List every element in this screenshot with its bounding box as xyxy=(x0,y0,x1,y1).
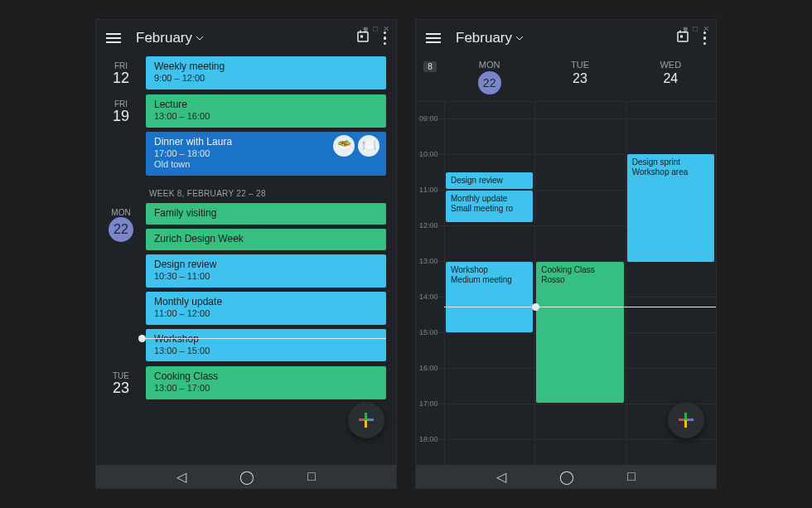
hour-row: 17:00 xyxy=(416,404,716,404)
month-dropdown[interactable]: February xyxy=(136,30,204,46)
day-group: FRI19Lecture13:00 – 16:00Dinner with Lau… xyxy=(96,94,396,181)
agenda-body: FRI12Weekly meeting9:00 – 12:00FRI19Lect… xyxy=(96,56,396,465)
event[interactable]: Weekly meeting9:00 – 12:00 xyxy=(146,56,386,90)
back-icon[interactable]: ◁ xyxy=(496,469,506,485)
event[interactable]: Monthly update11:00 – 12:00 xyxy=(146,292,386,325)
more-icon[interactable] xyxy=(384,31,387,46)
chevron-down-icon xyxy=(196,34,204,42)
event[interactable]: Zurich Design Week xyxy=(146,229,386,250)
svg-rect-1 xyxy=(360,31,361,33)
event[interactable]: Cooking Class13:00 – 17:00 xyxy=(146,366,386,399)
event[interactable]: WorkshopMedium meeting xyxy=(446,262,533,332)
month-label: February xyxy=(136,30,192,46)
event[interactable]: Family visiting xyxy=(146,203,386,225)
calendar-week-screen: ■□✕ February 8MON22TUE23WED24 09:0010:00… xyxy=(416,20,716,488)
home-icon[interactable]: ◯ xyxy=(239,469,254,485)
header: February xyxy=(416,20,716,56)
calendar-agenda-screen: ■□✕ February FRI12Weekly meeting9:00 – 1… xyxy=(96,20,396,488)
more-icon[interactable] xyxy=(703,31,707,46)
day-group: TUE23Cooking Class13:00 – 17:00 xyxy=(96,366,396,404)
plus-icon xyxy=(359,413,374,428)
home-icon[interactable]: ◯ xyxy=(559,469,574,485)
event[interactable]: Dinner with Laura17:00 – 18:00Old town🥗🍽… xyxy=(146,132,386,177)
day-column-header[interactable]: WED24 xyxy=(626,56,716,101)
add-button[interactable] xyxy=(668,402,704,438)
header: February xyxy=(96,20,396,56)
now-indicator xyxy=(444,307,716,307)
plus-icon xyxy=(679,413,694,428)
window-decor: ■□✕ xyxy=(683,24,709,33)
menu-icon[interactable] xyxy=(426,33,441,43)
chevron-down-icon xyxy=(515,34,524,42)
event[interactable]: Monthly updateSmall meeting ro xyxy=(446,191,533,222)
menu-icon[interactable] xyxy=(106,33,121,43)
event[interactable]: Cooking ClassRosso xyxy=(536,262,623,403)
android-nav: ◁ ◯ □ xyxy=(416,465,716,488)
now-indicator xyxy=(143,338,386,339)
back-icon[interactable]: ◁ xyxy=(176,469,186,485)
day-label: TUE23 xyxy=(96,366,146,399)
event[interactable]: Design review xyxy=(446,172,533,189)
day-group: FRI12Weekly meeting9:00 – 12:00 xyxy=(96,56,396,94)
recent-icon[interactable]: □ xyxy=(627,469,636,484)
svg-rect-5 xyxy=(679,31,681,33)
week-body: 8MON22TUE23WED24 09:0010:0011:0012:0013:… xyxy=(416,56,716,465)
hour-row: 18:00 xyxy=(416,439,716,440)
day-label: FRI19 xyxy=(96,94,146,176)
event[interactable]: Lecture13:00 – 16:00 xyxy=(146,94,386,128)
event[interactable]: Design review10:30 – 11:00 xyxy=(146,254,386,288)
event[interactable]: Design sprintWorkshop area xyxy=(627,154,714,262)
day-label: FRI12 xyxy=(96,56,146,90)
recent-icon[interactable]: □ xyxy=(307,469,316,484)
android-nav: ◁ ◯ □ xyxy=(96,465,396,488)
hour-row: 09:00 xyxy=(416,119,716,119)
window-decor: ■□✕ xyxy=(363,24,389,33)
day-column-header[interactable]: TUE23 xyxy=(534,56,625,101)
week-header: WEEK 8, FEBRUARY 22 – 28 xyxy=(96,181,396,203)
month-dropdown[interactable]: February xyxy=(456,30,524,46)
svg-rect-3 xyxy=(360,36,363,38)
svg-rect-7 xyxy=(680,36,683,38)
add-button[interactable] xyxy=(348,402,384,438)
week-number: 8 xyxy=(416,56,444,101)
event[interactable]: Workshop13:00 – 15:00 xyxy=(146,329,386,362)
day-column-header[interactable]: MON22 xyxy=(444,56,534,101)
month-label: February xyxy=(456,30,512,46)
